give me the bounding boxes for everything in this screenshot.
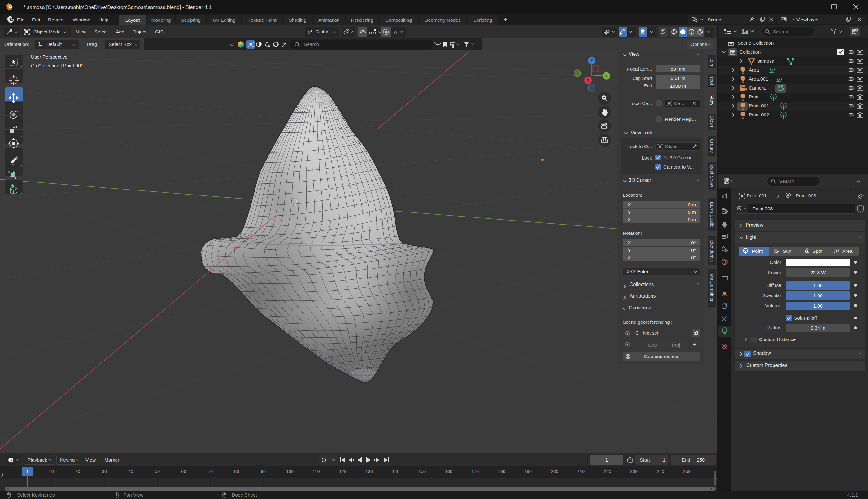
svg-text:X: X [587, 78, 590, 83]
svg-text:Y: Y [605, 74, 608, 78]
svg-text:Z: Z [591, 59, 593, 63]
